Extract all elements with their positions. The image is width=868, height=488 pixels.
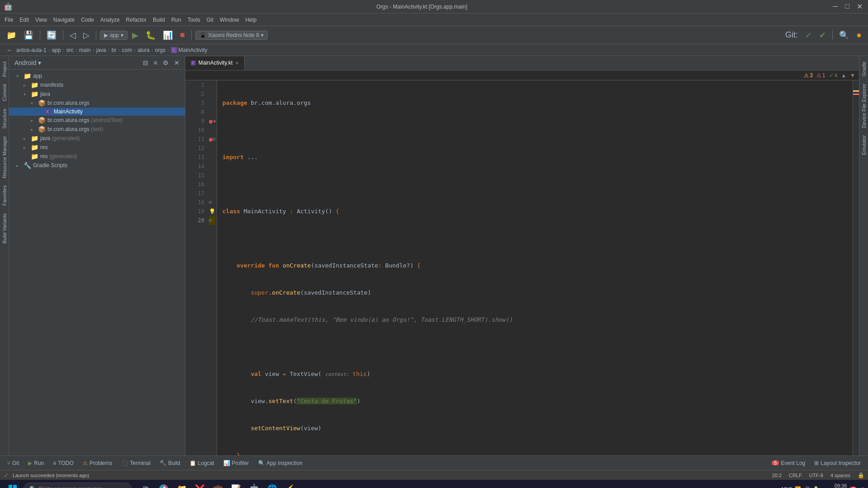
taskbar-app-android[interactable]: 🤖 xyxy=(246,481,262,488)
encoding[interactable]: UTF-8 xyxy=(809,473,823,478)
menu-analyze[interactable]: Analyze xyxy=(98,16,123,24)
tree-item-res-gen[interactable]: ▸ 📁 res (generated) xyxy=(9,152,185,161)
breadcrumb-orgs[interactable]: orgs xyxy=(155,47,165,53)
event-log-button[interactable]: 5 Event Log xyxy=(768,459,809,467)
stop-button[interactable]: ■ xyxy=(177,29,188,41)
menu-code[interactable]: Code xyxy=(78,16,97,24)
search-everywhere-button[interactable]: 🔍 xyxy=(836,29,852,41)
minimize-button[interactable]: ─ xyxy=(831,2,840,11)
menu-git[interactable]: Git xyxy=(204,16,216,24)
git-panel-button[interactable]: ⑂ Git xyxy=(4,459,23,467)
tree-item-app[interactable]: ▾ 📁 app xyxy=(9,71,185,80)
ok-count[interactable]: ✓ 4 xyxy=(829,72,838,79)
menu-build[interactable]: Build xyxy=(150,16,168,24)
menu-run[interactable]: Run xyxy=(169,16,184,24)
run-button[interactable]: ▶ xyxy=(129,29,141,41)
start-button[interactable] xyxy=(4,480,22,488)
scroll-down-button[interactable]: ▼ xyxy=(850,72,855,79)
menu-navigate[interactable]: Navigate xyxy=(51,16,77,24)
backward-icon[interactable]: ← xyxy=(4,46,15,55)
taskbar-search-box[interactable]: 🔍 Digite aqui para pesquisar xyxy=(24,483,132,488)
sync-button[interactable]: 🔄 xyxy=(44,29,59,41)
git-commit-button[interactable]: ✔ xyxy=(816,29,829,41)
breadcrumb-root[interactable]: antos-aula-1 xyxy=(16,47,47,53)
emulator-tab[interactable]: Emulator xyxy=(860,131,868,159)
breadcrumb-br[interactable]: br xyxy=(112,47,117,53)
commit-tab[interactable]: Commit xyxy=(1,80,8,105)
terminal-panel-button[interactable]: ⬛ Terminal xyxy=(118,459,154,467)
save-all-button[interactable]: 💾 xyxy=(21,29,36,41)
tab-mainactivity[interactable]: K MainActivity.kt ✕ xyxy=(185,56,245,70)
breadcrumb-java[interactable]: java xyxy=(96,47,106,53)
expand-all-button[interactable]: ≡ xyxy=(152,58,159,67)
breadcrumb-alura[interactable]: alura xyxy=(137,47,150,53)
cursor-position[interactable]: 20:2 xyxy=(772,473,782,478)
tree-item-pkg-test[interactable]: ▸ 📦 br.com.alura.orgs (test) xyxy=(9,125,185,134)
breadcrumb-mainactivity[interactable]: K MainActivity xyxy=(171,47,207,53)
profile-button[interactable]: 📊 xyxy=(160,29,175,41)
line-ending[interactable]: CRLF xyxy=(789,473,802,478)
error-count[interactable]: ⚠ 1 xyxy=(816,72,826,79)
layout-inspector-button[interactable]: ⊞ Layout Inspector xyxy=(811,459,864,467)
code-editor[interactable]: 1 2 3 8 9 10 11 12 13 14 15 16 17 18 19 … xyxy=(185,80,859,455)
menu-refactor[interactable]: Refactor xyxy=(123,16,149,24)
show-desktop-button[interactable]: □ xyxy=(861,486,864,488)
build-variants-tab[interactable]: Build Variants xyxy=(1,210,8,247)
menu-help[interactable]: Help xyxy=(243,16,259,24)
todo-panel-button[interactable]: ≡ TODO xyxy=(49,459,77,467)
git-update-button[interactable]: Git: xyxy=(783,29,801,41)
scroll-up-button[interactable]: ▲ xyxy=(841,72,846,79)
lightbulb-icon[interactable]: 💡 xyxy=(209,207,216,216)
tree-item-manifests[interactable]: ▸ 📁 manifests xyxy=(9,80,185,89)
gutter-line-9[interactable]: ● ◀ xyxy=(209,117,216,126)
app-inspection-button[interactable]: 🔍 App Inspection xyxy=(255,459,306,467)
debug-button[interactable]: 🐛 xyxy=(143,29,158,41)
device-file-explorer-tab[interactable]: Device File Explorer xyxy=(860,80,868,131)
favorites-tab[interactable]: Favorites xyxy=(1,182,8,209)
breadcrumb-com[interactable]: com xyxy=(122,47,132,53)
indent-size[interactable]: 4 spaces xyxy=(830,473,850,478)
collapse-all-button[interactable]: ⊟ xyxy=(141,58,150,67)
tree-item-package-main[interactable]: ▾ 📦 br.com.alura.orgs xyxy=(9,99,185,108)
run-config-dropdown[interactable]: ▶ app ▾ xyxy=(100,31,127,40)
menu-tools[interactable]: Tools xyxy=(185,16,203,24)
nav-back-button[interactable]: ◁ xyxy=(67,29,79,41)
taskbar-app-taskview[interactable]: ⧉ xyxy=(137,481,154,488)
tree-item-res[interactable]: ▸ 📁 res xyxy=(9,143,185,152)
taskbar-app-chrome-icon[interactable] xyxy=(156,481,172,488)
close-button[interactable]: ✕ xyxy=(855,2,864,11)
gear-icon[interactable]: ⚙ xyxy=(161,58,170,67)
tree-item-pkg-androidtest[interactable]: ▸ 📦 br.com.alura.orgs (androidTest) xyxy=(9,116,185,125)
breadcrumb-src[interactable]: src xyxy=(66,47,74,53)
menu-view[interactable]: View xyxy=(33,16,50,24)
tab-close-mainactivity[interactable]: ✕ xyxy=(235,61,239,66)
build-panel-button[interactable]: 🔨 Build xyxy=(156,459,184,467)
device-dropdown[interactable]: 📱 Xiaomi Redmi Note 8 ▾ xyxy=(195,31,268,40)
run-panel-button[interactable]: ▶ Run xyxy=(24,459,47,467)
nav-fwd-button[interactable]: ▷ xyxy=(80,29,92,41)
taskbar-app-explorer[interactable]: 📁 xyxy=(174,481,190,488)
problems-panel-button[interactable]: ⚠ Problems xyxy=(79,459,116,467)
gutter-line-11[interactable]: ● ⊟ xyxy=(209,135,216,144)
menu-file[interactable]: File xyxy=(2,16,16,24)
taskbar-app-other[interactable]: ⚡ xyxy=(282,481,298,488)
breadcrumb-main[interactable]: main xyxy=(79,47,91,53)
title-bar-controls[interactable]: ─ □ ✕ xyxy=(831,2,864,11)
git-check-button[interactable]: ✓ xyxy=(802,29,815,41)
settings-button[interactable]: ● xyxy=(854,29,864,41)
code-content[interactable]: package br.com.alura.orgs import ... cla… xyxy=(217,80,853,455)
breadcrumb-app[interactable]: app xyxy=(52,47,61,53)
project-type-dropdown[interactable]: Android ▾ xyxy=(13,58,43,67)
warning-count[interactable]: ⚠ 3 xyxy=(804,72,813,79)
structure-tab[interactable]: Structure xyxy=(1,105,8,132)
system-clock[interactable]: 09:36 31/05/2022 xyxy=(822,483,847,488)
maximize-button[interactable]: □ xyxy=(843,2,851,11)
tree-item-java-gen[interactable]: ▸ 📁 java (generated) xyxy=(9,134,185,143)
resource-manager-tab[interactable]: Resource Manager xyxy=(1,132,8,182)
tree-item-gradle[interactable]: ▸ 🔧 Gradle Scripts xyxy=(9,161,185,170)
gradle-tab[interactable]: Gradle xyxy=(860,58,868,80)
tree-item-java[interactable]: ▾ 📁 java xyxy=(9,89,185,99)
taskbar-app-teams[interactable]: 💼 xyxy=(210,481,226,488)
add-config-button[interactable]: 📁 xyxy=(4,29,19,41)
notification-count[interactable]: 4 xyxy=(849,487,857,488)
